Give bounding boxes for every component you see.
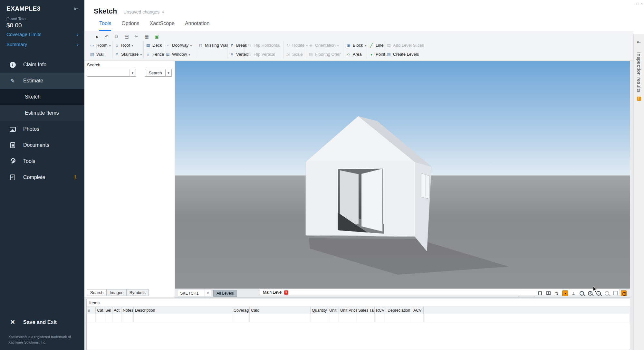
ribbon-button-orientation[interactable]: Orientation	[308, 41, 342, 49]
chevron-down-icon[interactable]	[129, 69, 136, 76]
ribbon-button-missing-wall[interactable]: Missing Wall	[198, 41, 225, 49]
items-cell	[311, 314, 328, 322]
undo-button[interactable]	[103, 33, 111, 40]
undo-icon	[105, 34, 109, 39]
tab-tools[interactable]: Tools	[99, 21, 111, 31]
zoom-window-button[interactable]	[603, 290, 610, 297]
rotate-icon	[285, 43, 291, 48]
tab-images[interactable]: Images	[106, 289, 127, 296]
items-column-header[interactable]: Unit	[328, 307, 339, 314]
fence-icon	[146, 52, 151, 57]
tab-options[interactable]: Options	[121, 21, 139, 31]
items-column-header[interactable]: Sales Tax	[357, 307, 375, 314]
ribbon-button-deck[interactable]: Deck	[146, 41, 161, 49]
print-button[interactable]	[143, 33, 150, 40]
inspection-results-panel[interactable]: Inspection results !	[633, 34, 644, 350]
sidebar-item-sketch[interactable]: Sketch	[0, 89, 84, 105]
marker-tool-button[interactable]	[562, 290, 569, 297]
zoom-extents-button[interactable]	[595, 290, 602, 297]
block-icon	[346, 43, 351, 48]
chevron-down-icon	[188, 52, 191, 57]
close-button[interactable]: ✕	[640, 2, 643, 5]
items-column-header[interactable]: Act	[112, 307, 121, 314]
ribbon-button-flooring-orientation[interactable]: Flooring Orier	[308, 50, 342, 58]
zoom-out-button[interactable]	[578, 290, 585, 297]
items-column-header[interactable]: Calc	[250, 307, 311, 314]
ribbon-button-wall[interactable]: Wall	[90, 50, 110, 58]
ribbon-button-point[interactable]: Point	[369, 50, 382, 58]
ribbon-button-scale[interactable]: Scale	[285, 50, 304, 58]
level-close-icon[interactable]	[284, 290, 288, 295]
items-column-header[interactable]: #	[87, 307, 96, 314]
minimize-button[interactable]: —	[631, 2, 635, 5]
items-column-header[interactable]: Depreciation	[386, 307, 412, 314]
items-column-header[interactable]: Coverage	[232, 307, 250, 314]
pan-tool-button[interactable]	[570, 290, 577, 297]
sidebar-item-coverage-limits[interactable]: Coverage Limits	[0, 30, 84, 39]
ribbon-button-area[interactable]: Area	[346, 50, 365, 58]
ribbon-button-flip-vertical[interactable]: Flip Vertical	[247, 50, 281, 58]
ribbon-button-roof[interactable]: Roof	[114, 41, 141, 49]
ribbon-button-window[interactable]: Window	[165, 50, 194, 58]
ribbon-button-break[interactable]: Break	[229, 41, 243, 49]
export-button[interactable]	[153, 33, 160, 40]
paste-button[interactable]	[123, 33, 130, 40]
zoom-in-button[interactable]	[587, 290, 594, 297]
tab-symbols[interactable]: Symbols	[126, 289, 149, 296]
sidebar-item-photos[interactable]: Photos	[0, 121, 84, 137]
sidebar-item-tools[interactable]: Tools	[0, 153, 84, 169]
ribbon-button-block[interactable]: Block	[346, 41, 365, 49]
items-column-header[interactable]: Cat	[96, 307, 104, 314]
sidebar-item-claim-info[interactable]: Claim Info	[0, 57, 84, 73]
save-and-exit-button[interactable]: Save and Exit	[0, 316, 84, 329]
items-column-header[interactable]: ACV	[412, 307, 424, 314]
items-column-header[interactable]: Sel	[104, 307, 112, 314]
ribbon-button-room[interactable]: Room	[90, 41, 110, 49]
items-empty-row[interactable]	[87, 314, 630, 322]
maximize-button[interactable]: ▢	[636, 2, 639, 5]
select-tool-button[interactable]	[93, 33, 101, 40]
search-button[interactable]: Search	[145, 69, 166, 77]
summary-label: Summary	[6, 42, 27, 47]
ribbon-button-staircase[interactable]: Staircase	[114, 50, 141, 58]
items-column-header[interactable]: Description	[134, 307, 232, 314]
copy-button[interactable]	[113, 33, 120, 40]
expand-panel-button[interactable]	[637, 39, 641, 45]
orbit-view-button[interactable]	[620, 290, 627, 297]
search-input[interactable]	[87, 69, 129, 76]
sidebar-item-estimate-items[interactable]: Estimate Items	[0, 105, 84, 121]
sketch-3d-canvas[interactable]: SKETCH1 Main Level All Levels View	[175, 61, 630, 298]
layers-button[interactable]	[553, 290, 560, 297]
ribbon-button-line[interactable]: Line	[369, 41, 382, 49]
all-levels-label: All Levels	[216, 291, 234, 296]
ribbon-button-create-levels[interactable]: Create Levels	[386, 50, 420, 58]
tab-xactscope[interactable]: XactScope	[150, 21, 175, 31]
sidebar-collapse-button[interactable]	[74, 5, 79, 12]
all-levels-tab[interactable]: All Levels	[213, 290, 237, 297]
unsaved-changes-dropdown[interactable]: Unsaved changes	[123, 9, 164, 14]
ribbon-button-fence[interactable]: Fence	[146, 50, 161, 58]
items-column-header[interactable]: Notes	[121, 307, 134, 314]
sidebar-item-summary[interactable]: Summary	[0, 40, 84, 49]
ribbon-button-flip-horizontal[interactable]: Flip Horizontal	[247, 41, 281, 49]
sidebar-item-complete[interactable]: Complete !	[0, 169, 84, 185]
sidebar-item-estimate[interactable]: Estimate	[0, 73, 84, 89]
snap-checkbox[interactable]	[612, 290, 619, 297]
sidebar-item-documents[interactable]: Documents	[0, 137, 84, 153]
ribbon-button-doorway[interactable]: Doorway	[165, 41, 194, 49]
split-view-icon	[546, 291, 551, 295]
ribbon-button-vertex[interactable]: Vertex	[229, 50, 243, 58]
tab-annotation[interactable]: Annotation	[185, 21, 210, 31]
items-column-header[interactable]: RCV	[375, 307, 386, 314]
cut-button[interactable]	[133, 33, 140, 40]
sketch-selector[interactable]: SKETCH1	[178, 290, 211, 297]
search-options-dropdown[interactable]	[166, 69, 172, 77]
ribbon-button-rotate[interactable]: Rotate	[285, 41, 304, 49]
tab-search[interactable]: Search	[87, 289, 107, 296]
single-view-button[interactable]	[536, 290, 543, 297]
split-view-button[interactable]	[545, 290, 552, 297]
items-column-header[interactable]: Quantity	[311, 307, 328, 314]
ribbon-button-add-level-slices[interactable]: Add Level Slices	[386, 41, 420, 49]
items-column-header[interactable]: Unit Price	[339, 307, 357, 314]
ribbon-group: Break Vertex	[227, 41, 245, 59]
